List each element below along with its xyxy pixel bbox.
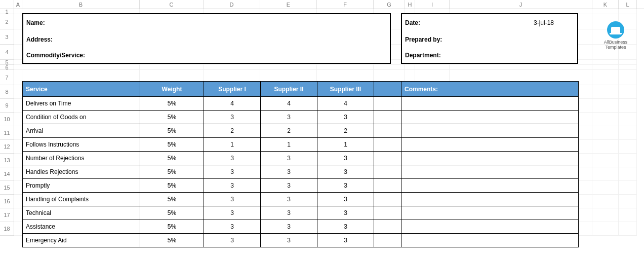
- cell[interactable]: [619, 113, 637, 126]
- td-comment[interactable]: [401, 124, 579, 138]
- td-supplier-1[interactable]: 3: [204, 179, 261, 193]
- cell[interactable]: [450, 65, 592, 70]
- col-header-F[interactable]: F: [317, 0, 374, 9]
- td-weight[interactable]: 5%: [140, 138, 204, 152]
- cell[interactable]: [14, 14, 22, 29]
- td-supplier-2[interactable]: 4: [261, 97, 317, 111]
- cell[interactable]: [619, 65, 637, 70]
- td-weight[interactable]: 5%: [140, 111, 204, 124]
- cell[interactable]: [14, 126, 22, 140]
- td-supplier-3[interactable]: 1: [317, 138, 374, 152]
- cell[interactable]: [14, 195, 22, 208]
- cell[interactable]: [592, 222, 619, 236]
- col-header-K[interactable]: K: [592, 0, 619, 9]
- td-supplier-1[interactable]: 3: [204, 234, 261, 247]
- td-service[interactable]: Follows Instructions: [23, 138, 140, 152]
- cell[interactable]: [619, 181, 637, 195]
- cell[interactable]: [14, 222, 22, 236]
- cell[interactable]: [619, 99, 637, 113]
- row-header-7[interactable]: 7: [0, 70, 14, 85]
- td-supplier-1[interactable]: 3: [204, 165, 261, 179]
- td-supplier-2[interactable]: 1: [261, 138, 317, 152]
- cell[interactable]: [592, 208, 619, 222]
- cell[interactable]: [619, 140, 637, 154]
- td-weight[interactable]: 5%: [140, 234, 204, 247]
- row-header-14[interactable]: 14: [0, 167, 14, 181]
- cell[interactable]: [619, 9, 637, 14]
- td-supplier-3[interactable]: 3: [317, 193, 374, 206]
- col-header-A[interactable]: A: [14, 0, 22, 9]
- th-weight[interactable]: Weight: [140, 82, 204, 97]
- col-header-D[interactable]: D: [204, 0, 260, 9]
- cell[interactable]: [619, 60, 637, 65]
- td-weight[interactable]: 5%: [140, 97, 204, 111]
- td-weight[interactable]: 5%: [140, 152, 204, 165]
- col-header-L[interactable]: L: [619, 0, 637, 9]
- row-header-3[interactable]: 3: [0, 29, 14, 45]
- cell[interactable]: [592, 195, 619, 208]
- select-all-corner[interactable]: [0, 0, 14, 9]
- td-supplier-2[interactable]: 3: [261, 206, 317, 220]
- col-header-H[interactable]: H: [405, 0, 415, 9]
- td-service[interactable]: Technical: [23, 206, 140, 220]
- cell[interactable]: [14, 154, 22, 167]
- row-header-2[interactable]: 2: [0, 14, 14, 29]
- cell[interactable]: [619, 70, 637, 85]
- row-header-18[interactable]: 18: [0, 222, 14, 236]
- td-supplier-3[interactable]: 3: [317, 179, 374, 193]
- td-comment[interactable]: [401, 234, 579, 247]
- row-header-13[interactable]: 13: [0, 154, 14, 167]
- cell[interactable]: [592, 60, 619, 65]
- cell[interactable]: [14, 99, 22, 113]
- col-header-E[interactable]: E: [260, 0, 317, 9]
- td-supplier-3[interactable]: 3: [317, 152, 374, 165]
- td-comment[interactable]: [401, 165, 579, 179]
- cell[interactable]: [260, 65, 317, 70]
- col-header-C[interactable]: C: [140, 0, 204, 9]
- td-supplier-1[interactable]: 4: [204, 97, 261, 111]
- cell[interactable]: [592, 167, 619, 181]
- cell[interactable]: [592, 154, 619, 167]
- td-service[interactable]: Emergency Aid: [23, 234, 140, 247]
- td-supplier-2[interactable]: 3: [261, 179, 317, 193]
- td-supplier-1[interactable]: 3: [204, 111, 261, 124]
- td-comment[interactable]: [401, 97, 579, 111]
- cell[interactable]: [619, 126, 637, 140]
- td-supplier-1[interactable]: 1: [204, 138, 261, 152]
- td-weight[interactable]: 5%: [140, 220, 204, 234]
- td-service[interactable]: Arrival: [23, 124, 140, 138]
- col-header-I[interactable]: I: [415, 0, 450, 9]
- td-weight[interactable]: 5%: [140, 206, 204, 220]
- td-weight[interactable]: 5%: [140, 179, 204, 193]
- cell[interactable]: [14, 60, 22, 65]
- cell[interactable]: [592, 70, 619, 85]
- th-comments[interactable]: Comments:: [401, 82, 579, 97]
- td-supplier-2[interactable]: 3: [261, 111, 317, 124]
- th-supplier-1[interactable]: Supplier I: [204, 82, 261, 97]
- row-header-9[interactable]: 9: [0, 99, 14, 113]
- td-service[interactable]: Delivers on Time: [23, 97, 140, 111]
- cell[interactable]: [592, 99, 619, 113]
- cell[interactable]: [14, 181, 22, 195]
- cell[interactable]: [14, 113, 22, 126]
- cell[interactable]: [415, 65, 450, 70]
- cell[interactable]: [14, 45, 22, 60]
- td-service[interactable]: Handles Rejections: [23, 165, 140, 179]
- td-comment[interactable]: [401, 206, 579, 220]
- td-supplier-1[interactable]: 3: [204, 220, 261, 234]
- td-comment[interactable]: [401, 220, 579, 234]
- cell[interactable]: [204, 65, 260, 70]
- cell[interactable]: [405, 65, 415, 70]
- row-header-6[interactable]: 6: [0, 65, 14, 70]
- cell[interactable]: [592, 9, 619, 14]
- cell[interactable]: [619, 154, 637, 167]
- row-header-1[interactable]: 1: [0, 9, 14, 14]
- th-supplier-3[interactable]: Supplier III: [317, 82, 374, 97]
- td-supplier-2[interactable]: 3: [261, 165, 317, 179]
- col-header-G[interactable]: G: [374, 0, 405, 9]
- cell[interactable]: [14, 85, 22, 99]
- cell[interactable]: [592, 181, 619, 195]
- cell[interactable]: [592, 85, 619, 99]
- td-supplier-2[interactable]: 3: [261, 234, 317, 247]
- cell[interactable]: [14, 167, 22, 181]
